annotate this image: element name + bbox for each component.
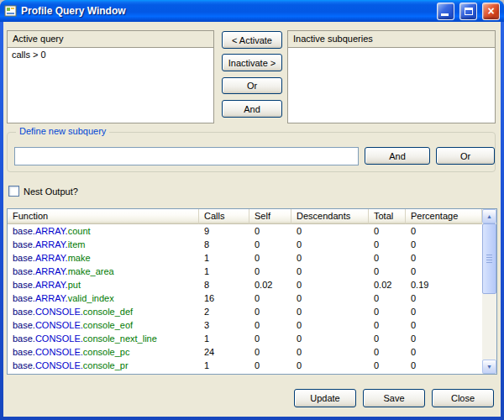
nest-output-checkbox[interactable] <box>8 186 19 197</box>
total-cell: 0 <box>369 359 406 372</box>
descendants-cell: 0 <box>291 318 369 332</box>
scroll-up-icon[interactable]: ▲ <box>482 209 496 223</box>
column-header-self[interactable]: Self <box>249 209 291 224</box>
column-header-percentage[interactable]: Percentage <box>406 209 482 224</box>
scroll-down-icon[interactable]: ▼ <box>482 360 496 374</box>
percentage-cell: 0 <box>406 251 482 265</box>
function-cell: base.CONSOLE.console_eof <box>8 318 199 332</box>
nest-output-row: Nest Output? <box>8 186 78 197</box>
query-list-item[interactable]: calls > 0 <box>8 48 213 61</box>
table-row[interactable]: base.CONSOLE.console_eof30000 <box>8 318 482 332</box>
inactive-subqueries-list[interactable] <box>288 47 495 123</box>
close-dialog-button[interactable]: Close <box>432 389 494 407</box>
total-cell: 0 <box>369 345 406 359</box>
calls-cell: 1 <box>199 265 249 278</box>
define-subquery-label: Define new subquery <box>16 126 109 136</box>
table-row[interactable]: base.ARRAY.make_area10000 <box>8 265 482 278</box>
percentage-cell: 0 <box>406 265 482 278</box>
percentage-cell: 0.19 <box>406 278 482 291</box>
function-cell: base.ARRAY.make_area <box>8 265 199 278</box>
and-transfer-button[interactable]: And <box>222 100 282 118</box>
dialog-content: Active query calls > 0 < Activate Inacti… <box>3 22 501 417</box>
self-cell: 0 <box>249 224 291 238</box>
or-transfer-button[interactable]: Or <box>222 77 282 94</box>
calls-cell: 9 <box>199 224 249 238</box>
app-icon <box>4 4 18 18</box>
table-row[interactable]: base.CONSOLE.console_next_line10000 <box>8 332 482 345</box>
table-row[interactable]: base.CONSOLE.console_pr10000 <box>8 359 482 372</box>
descendants-cell: 0 <box>291 224 369 238</box>
calls-cell: 2 <box>199 305 249 318</box>
function-cell: base.CONSOLE.console_next_line <box>8 332 199 345</box>
total-cell: 0 <box>369 251 406 265</box>
function-cell: base.CONSOLE.console_pr <box>8 359 199 372</box>
close-button[interactable]: × <box>482 3 500 20</box>
active-query-panel: Active query calls > 0 <box>7 30 214 123</box>
total-cell: 0.02 <box>369 278 406 291</box>
function-cell: base.ARRAY.item <box>8 238 199 251</box>
maximize-icon <box>465 8 473 15</box>
percentage-cell: 0 <box>406 318 482 332</box>
save-button[interactable]: Save <box>363 389 425 407</box>
descendants-cell: 0 <box>291 305 369 318</box>
self-cell: 0 <box>249 305 291 318</box>
total-cell: 0 <box>369 318 406 332</box>
column-header-function[interactable]: Function <box>8 209 199 224</box>
self-cell: 0 <box>249 251 291 265</box>
table-row[interactable]: base.ARRAY.make10000 <box>8 251 482 265</box>
minimize-icon <box>441 13 449 16</box>
percentage-cell: 0 <box>406 305 482 318</box>
percentage-cell: 0 <box>406 359 482 372</box>
title-bar[interactable]: Profile Query Window × <box>0 0 504 22</box>
inactivate-button[interactable]: Inactivate > <box>222 54 282 71</box>
descendants-cell: 0 <box>291 291 369 305</box>
subquery-input[interactable] <box>14 147 359 165</box>
subquery-and-button[interactable]: And <box>365 147 430 165</box>
descendants-cell: 0 <box>291 345 369 359</box>
descendants-cell: 0 <box>291 332 369 345</box>
function-cell: base.ARRAY.count <box>8 224 199 238</box>
descendants-cell: 0 <box>291 359 369 372</box>
function-cell: base.ARRAY.put <box>8 278 199 291</box>
vertical-scrollbar[interactable]: ▲ ▼ <box>482 209 496 374</box>
table-header: Function Calls Self Descendants Total Pe… <box>8 209 482 224</box>
inactive-subqueries-label: Inactive subqueries <box>288 31 495 46</box>
descendants-cell: 0 <box>291 251 369 265</box>
table-row[interactable]: base.ARRAY.count90000 <box>8 224 482 238</box>
column-header-descendants[interactable]: Descendants <box>291 209 369 224</box>
active-query-list[interactable]: calls > 0 <box>8 47 213 123</box>
update-button[interactable]: Update <box>294 389 356 407</box>
calls-cell: 3 <box>199 318 249 332</box>
function-cell: base.CONSOLE.console_pc <box>8 345 199 359</box>
activate-button[interactable]: < Activate <box>222 31 282 49</box>
self-cell: 0 <box>249 291 291 305</box>
descendants-cell: 0 <box>291 278 369 291</box>
table-row[interactable]: base.CONSOLE.console_def20000 <box>8 305 482 318</box>
table-row[interactable]: base.ARRAY.put80.0200.020.19 <box>8 278 482 291</box>
subquery-or-button[interactable]: Or <box>436 147 495 165</box>
percentage-cell: 0 <box>406 291 482 305</box>
calls-cell: 24 <box>199 345 249 359</box>
maximize-button[interactable] <box>459 3 477 20</box>
table-row[interactable]: base.ARRAY.item80000 <box>8 238 482 251</box>
total-cell: 0 <box>369 291 406 305</box>
close-icon: × <box>487 4 494 18</box>
calls-cell: 16 <box>199 291 249 305</box>
column-header-calls[interactable]: Calls <box>199 209 249 224</box>
column-header-total[interactable]: Total <box>369 209 406 224</box>
inactive-subqueries-panel: Inactive subqueries <box>287 30 496 123</box>
total-cell: 0 <box>369 224 406 238</box>
minimize-button[interactable] <box>437 3 454 20</box>
scrollbar-thumb[interactable] <box>482 223 496 294</box>
calls-cell: 8 <box>199 238 249 251</box>
self-cell: 0 <box>249 238 291 251</box>
function-cell: base.ARRAY.make <box>8 251 199 265</box>
calls-cell: 8 <box>199 278 249 291</box>
percentage-cell: 0 <box>406 332 482 345</box>
self-cell: 0 <box>249 332 291 345</box>
total-cell: 0 <box>369 332 406 345</box>
total-cell: 0 <box>369 238 406 251</box>
table-row[interactable]: base.CONSOLE.console_pc240000 <box>8 345 482 359</box>
descendants-cell: 0 <box>291 265 369 278</box>
table-row[interactable]: base.ARRAY.valid_index160000 <box>8 291 482 305</box>
